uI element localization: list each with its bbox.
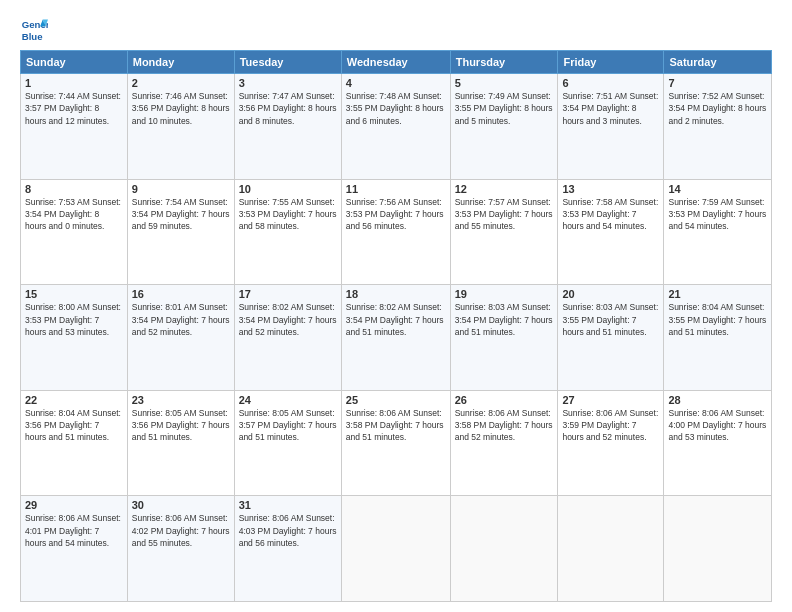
day-info: Sunrise: 8:02 AM Sunset: 3:54 PM Dayligh… [346,301,446,338]
calendar-cell: 4Sunrise: 7:48 AM Sunset: 3:55 PM Daylig… [341,74,450,180]
day-number: 6 [562,77,659,89]
day-info: Sunrise: 7:55 AM Sunset: 3:53 PM Dayligh… [239,196,337,233]
day-number: 11 [346,183,446,195]
calendar-cell: 30Sunrise: 8:06 AM Sunset: 4:02 PM Dayli… [127,496,234,602]
day-info: Sunrise: 8:04 AM Sunset: 3:56 PM Dayligh… [25,407,123,444]
generalblue-logo-icon: General Blue [20,16,48,44]
day-info: Sunrise: 8:06 AM Sunset: 4:03 PM Dayligh… [239,512,337,549]
day-number: 3 [239,77,337,89]
day-number: 12 [455,183,554,195]
calendar-week-row: 15Sunrise: 8:00 AM Sunset: 3:53 PM Dayli… [21,285,772,391]
calendar-cell: 22Sunrise: 8:04 AM Sunset: 3:56 PM Dayli… [21,390,128,496]
calendar-cell [341,496,450,602]
day-info: Sunrise: 8:04 AM Sunset: 3:55 PM Dayligh… [668,301,767,338]
col-wednesday: Wednesday [341,51,450,74]
day-info: Sunrise: 7:58 AM Sunset: 3:53 PM Dayligh… [562,196,659,233]
header: General Blue [20,16,772,44]
day-number: 22 [25,394,123,406]
day-number: 8 [25,183,123,195]
day-number: 29 [25,499,123,511]
calendar-cell: 5Sunrise: 7:49 AM Sunset: 3:55 PM Daylig… [450,74,558,180]
day-info: Sunrise: 8:01 AM Sunset: 3:54 PM Dayligh… [132,301,230,338]
day-info: Sunrise: 8:06 AM Sunset: 3:59 PM Dayligh… [562,407,659,444]
day-number: 7 [668,77,767,89]
day-number: 25 [346,394,446,406]
calendar-cell: 20Sunrise: 8:03 AM Sunset: 3:55 PM Dayli… [558,285,664,391]
calendar-cell: 24Sunrise: 8:05 AM Sunset: 3:57 PM Dayli… [234,390,341,496]
calendar-cell [450,496,558,602]
day-number: 17 [239,288,337,300]
day-number: 24 [239,394,337,406]
day-info: Sunrise: 8:05 AM Sunset: 3:57 PM Dayligh… [239,407,337,444]
day-number: 15 [25,288,123,300]
day-info: Sunrise: 8:02 AM Sunset: 3:54 PM Dayligh… [239,301,337,338]
day-info: Sunrise: 7:59 AM Sunset: 3:53 PM Dayligh… [668,196,767,233]
day-info: Sunrise: 8:06 AM Sunset: 4:02 PM Dayligh… [132,512,230,549]
calendar-cell: 12Sunrise: 7:57 AM Sunset: 3:53 PM Dayli… [450,179,558,285]
day-number: 28 [668,394,767,406]
col-thursday: Thursday [450,51,558,74]
day-info: Sunrise: 7:56 AM Sunset: 3:53 PM Dayligh… [346,196,446,233]
day-info: Sunrise: 8:03 AM Sunset: 3:55 PM Dayligh… [562,301,659,338]
calendar-cell: 11Sunrise: 7:56 AM Sunset: 3:53 PM Dayli… [341,179,450,285]
day-info: Sunrise: 8:06 AM Sunset: 3:58 PM Dayligh… [346,407,446,444]
calendar-cell: 31Sunrise: 8:06 AM Sunset: 4:03 PM Dayli… [234,496,341,602]
day-info: Sunrise: 7:49 AM Sunset: 3:55 PM Dayligh… [455,90,554,127]
calendar-week-row: 1Sunrise: 7:44 AM Sunset: 3:57 PM Daylig… [21,74,772,180]
day-info: Sunrise: 7:48 AM Sunset: 3:55 PM Dayligh… [346,90,446,127]
calendar-cell: 6Sunrise: 7:51 AM Sunset: 3:54 PM Daylig… [558,74,664,180]
day-number: 4 [346,77,446,89]
calendar-cell: 26Sunrise: 8:06 AM Sunset: 3:58 PM Dayli… [450,390,558,496]
day-number: 20 [562,288,659,300]
calendar-cell: 14Sunrise: 7:59 AM Sunset: 3:53 PM Dayli… [664,179,772,285]
day-info: Sunrise: 8:06 AM Sunset: 4:01 PM Dayligh… [25,512,123,549]
calendar-cell: 7Sunrise: 7:52 AM Sunset: 3:54 PM Daylig… [664,74,772,180]
calendar-cell: 19Sunrise: 8:03 AM Sunset: 3:54 PM Dayli… [450,285,558,391]
calendar-cell: 9Sunrise: 7:54 AM Sunset: 3:54 PM Daylig… [127,179,234,285]
day-number: 31 [239,499,337,511]
day-info: Sunrise: 7:53 AM Sunset: 3:54 PM Dayligh… [25,196,123,233]
day-info: Sunrise: 8:06 AM Sunset: 3:58 PM Dayligh… [455,407,554,444]
calendar-cell: 3Sunrise: 7:47 AM Sunset: 3:56 PM Daylig… [234,74,341,180]
day-number: 1 [25,77,123,89]
calendar-header-row: Sunday Monday Tuesday Wednesday Thursday… [21,51,772,74]
day-number: 26 [455,394,554,406]
day-info: Sunrise: 7:47 AM Sunset: 3:56 PM Dayligh… [239,90,337,127]
day-info: Sunrise: 7:44 AM Sunset: 3:57 PM Dayligh… [25,90,123,127]
calendar-cell [664,496,772,602]
col-saturday: Saturday [664,51,772,74]
logo: General Blue [20,16,52,44]
col-sunday: Sunday [21,51,128,74]
calendar-cell: 2Sunrise: 7:46 AM Sunset: 3:56 PM Daylig… [127,74,234,180]
day-number: 2 [132,77,230,89]
day-info: Sunrise: 7:52 AM Sunset: 3:54 PM Dayligh… [668,90,767,127]
calendar-week-row: 22Sunrise: 8:04 AM Sunset: 3:56 PM Dayli… [21,390,772,496]
day-number: 23 [132,394,230,406]
calendar-cell: 27Sunrise: 8:06 AM Sunset: 3:59 PM Dayli… [558,390,664,496]
calendar-cell: 8Sunrise: 7:53 AM Sunset: 3:54 PM Daylig… [21,179,128,285]
col-monday: Monday [127,51,234,74]
day-number: 14 [668,183,767,195]
calendar-table: Sunday Monday Tuesday Wednesday Thursday… [20,50,772,602]
calendar-cell: 13Sunrise: 7:58 AM Sunset: 3:53 PM Dayli… [558,179,664,285]
calendar-cell: 17Sunrise: 8:02 AM Sunset: 3:54 PM Dayli… [234,285,341,391]
page: General Blue Sunday Monday Tuesday Wedne… [0,0,792,612]
calendar-cell: 1Sunrise: 7:44 AM Sunset: 3:57 PM Daylig… [21,74,128,180]
svg-text:Blue: Blue [22,31,43,42]
day-number: 18 [346,288,446,300]
day-number: 21 [668,288,767,300]
day-info: Sunrise: 7:46 AM Sunset: 3:56 PM Dayligh… [132,90,230,127]
day-info: Sunrise: 7:57 AM Sunset: 3:53 PM Dayligh… [455,196,554,233]
day-number: 5 [455,77,554,89]
calendar-cell: 10Sunrise: 7:55 AM Sunset: 3:53 PM Dayli… [234,179,341,285]
day-number: 16 [132,288,230,300]
day-info: Sunrise: 8:06 AM Sunset: 4:00 PM Dayligh… [668,407,767,444]
day-number: 30 [132,499,230,511]
day-info: Sunrise: 7:51 AM Sunset: 3:54 PM Dayligh… [562,90,659,127]
col-friday: Friday [558,51,664,74]
calendar-cell [558,496,664,602]
day-number: 19 [455,288,554,300]
day-number: 9 [132,183,230,195]
calendar-cell: 15Sunrise: 8:00 AM Sunset: 3:53 PM Dayli… [21,285,128,391]
day-info: Sunrise: 8:03 AM Sunset: 3:54 PM Dayligh… [455,301,554,338]
